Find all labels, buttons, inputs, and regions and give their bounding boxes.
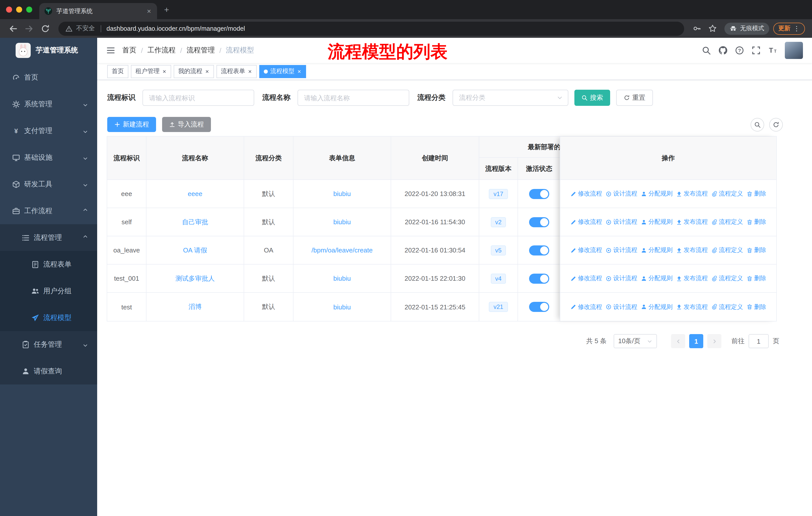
action-publish-link[interactable]: 发布流程	[676, 303, 708, 311]
security-label[interactable]: 不安全	[76, 24, 95, 33]
sidebar-item-user[interactable]: 请假查询	[0, 358, 97, 384]
minimize-window-button[interactable]	[16, 6, 22, 12]
sidebar-item-yen[interactable]: ¥支付管理	[0, 117, 97, 144]
model-name-link[interactable]: 滔博	[188, 302, 202, 311]
tag-item[interactable]: 流程表单×	[216, 65, 257, 78]
search-icon[interactable]	[702, 46, 711, 55]
import-process-button[interactable]: 导入流程	[162, 117, 211, 132]
form-info-link[interactable]: biubiu	[333, 218, 351, 226]
next-page-button[interactable]	[707, 334, 721, 348]
action-definition-link[interactable]: 流程定义	[711, 303, 743, 311]
sidebar-item-workflow[interactable]: 工作流程	[0, 197, 97, 224]
form-info-link[interactable]: biubiu	[333, 303, 351, 311]
action-assign-link[interactable]: 分配规则	[641, 274, 672, 283]
sidebar-item-infra[interactable]: 基础设施	[0, 144, 97, 171]
action-edit-link[interactable]: 修改流程	[570, 218, 602, 226]
process-name-input[interactable]	[297, 90, 409, 106]
tag-close-icon[interactable]: ×	[248, 68, 252, 74]
breadcrumb-item[interactable]: 工作流程	[147, 46, 176, 55]
action-assign-link[interactable]: 分配规则	[641, 303, 672, 311]
action-delete-link[interactable]: 删除	[747, 218, 766, 226]
action-edit-link[interactable]: 修改流程	[570, 303, 602, 311]
tag-item[interactable]: 首页	[107, 65, 128, 78]
action-definition-link[interactable]: 流程定义	[711, 218, 743, 226]
toggle-search-button[interactable]	[751, 118, 764, 131]
action-design-link[interactable]: 设计流程	[606, 274, 637, 283]
tag-item[interactable]: 我的流程×	[174, 65, 214, 78]
back-icon[interactable]	[8, 24, 18, 33]
breadcrumb-item[interactable]: 流程管理	[187, 46, 215, 55]
forward-icon[interactable]	[25, 24, 34, 33]
tag-close-icon[interactable]: ×	[297, 68, 301, 74]
action-design-link[interactable]: 设计流程	[606, 189, 637, 198]
sidebar-item-model[interactable]: 流程模型	[0, 304, 97, 331]
prev-page-button[interactable]	[671, 334, 685, 348]
browser-menu-icon[interactable]: ⋮	[793, 25, 800, 32]
active-toggle[interactable]	[529, 273, 549, 283]
tag-item[interactable]: 租户管理×	[131, 65, 171, 78]
action-assign-link[interactable]: 分配规则	[641, 218, 672, 226]
goto-page-input[interactable]	[749, 334, 769, 348]
action-design-link[interactable]: 设计流程	[606, 218, 637, 226]
url-bar[interactable]: 不安全 dashboard.yudao.iocoder.cn/bpm/manag…	[58, 21, 684, 35]
action-delete-link[interactable]: 删除	[747, 303, 766, 311]
model-name-link[interactable]: 测试多审批人	[175, 274, 215, 283]
action-delete-link[interactable]: 删除	[747, 189, 766, 198]
bookmark-star-icon[interactable]	[708, 24, 717, 33]
github-icon[interactable]	[718, 46, 727, 55]
hamburger-icon[interactable]	[106, 46, 115, 55]
action-delete-link[interactable]: 删除	[747, 246, 766, 254]
close-window-button[interactable]	[6, 6, 12, 12]
create-process-button[interactable]: 新建流程	[107, 117, 156, 132]
form-info-link[interactable]: /bpm/oa/leave/create	[312, 246, 373, 254]
tag-item[interactable]: 流程模型×	[259, 65, 306, 78]
action-definition-link[interactable]: 流程定义	[711, 274, 743, 283]
sidebar-item-task[interactable]: 任务管理	[0, 331, 97, 358]
browser-update-button[interactable]: 更新 ⋮	[773, 22, 805, 34]
action-assign-link[interactable]: 分配规则	[641, 189, 672, 198]
new-tab-button[interactable]: +	[164, 5, 169, 15]
process-id-input[interactable]	[142, 90, 254, 106]
font-size-icon[interactable]: TT	[768, 46, 777, 55]
maximize-window-button[interactable]	[26, 6, 32, 12]
key-icon[interactable]	[693, 24, 701, 33]
active-toggle[interactable]	[529, 245, 549, 255]
reload-icon[interactable]	[41, 24, 50, 33]
help-icon[interactable]: ?	[735, 46, 744, 55]
avatar[interactable]	[785, 42, 803, 59]
tab-close-icon[interactable]: ×	[146, 7, 152, 15]
sidebar-item-users[interactable]: 用户分组	[0, 278, 97, 304]
active-toggle[interactable]	[529, 217, 549, 227]
refresh-table-button[interactable]	[769, 118, 783, 131]
category-select[interactable]: 流程分类	[453, 90, 568, 106]
form-info-link[interactable]: biubiu	[333, 275, 351, 282]
action-edit-link[interactable]: 修改流程	[570, 189, 602, 198]
browser-tab[interactable]: 芋道管理系统 ×	[39, 3, 157, 19]
action-publish-link[interactable]: 发布流程	[676, 218, 708, 226]
sidebar-item-gear[interactable]: 系统管理	[0, 91, 97, 117]
action-publish-link[interactable]: 发布流程	[676, 246, 708, 254]
search-button[interactable]: 搜索	[574, 90, 610, 106]
action-definition-link[interactable]: 流程定义	[711, 189, 743, 198]
action-delete-link[interactable]: 删除	[747, 274, 766, 283]
breadcrumb-item[interactable]: 首页	[122, 46, 137, 55]
page-number-button[interactable]: 1	[689, 334, 703, 348]
page-size-select[interactable]: 10条/页	[614, 334, 657, 348]
model-name-link[interactable]: eeee	[188, 190, 202, 197]
sidebar-item-form[interactable]: 流程表单	[0, 251, 97, 278]
tag-close-icon[interactable]: ×	[162, 68, 167, 74]
tag-close-icon[interactable]: ×	[205, 68, 209, 74]
action-design-link[interactable]: 设计流程	[606, 246, 637, 254]
active-toggle[interactable]	[529, 189, 549, 199]
sidebar-item-list[interactable]: 流程管理	[0, 224, 97, 251]
form-info-link[interactable]: biubiu	[333, 190, 351, 197]
active-toggle[interactable]	[529, 302, 549, 312]
action-edit-link[interactable]: 修改流程	[570, 274, 602, 283]
sidebar-item-tool[interactable]: 研发工具	[0, 171, 97, 197]
action-definition-link[interactable]: 流程定义	[711, 246, 743, 254]
model-name-link[interactable]: 自己审批	[182, 217, 208, 226]
fullscreen-icon[interactable]	[752, 46, 761, 55]
model-name-link[interactable]: OA 请假	[183, 246, 207, 255]
sidebar-item-dashboard[interactable]: 首页	[0, 64, 97, 91]
action-design-link[interactable]: 设计流程	[606, 303, 637, 311]
